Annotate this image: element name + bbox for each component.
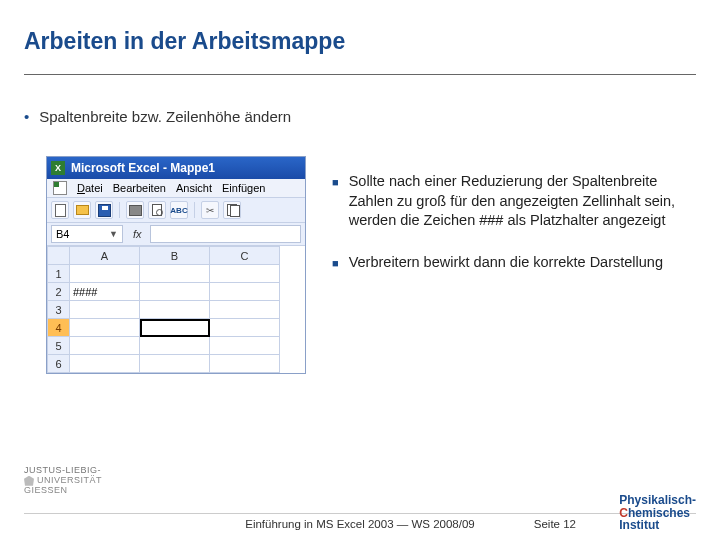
bullet-right-2-text: Verbreitern bewirkt dann die korrekte Da… xyxy=(349,253,663,273)
row-header[interactable]: 4 xyxy=(48,319,70,337)
cell[interactable] xyxy=(210,265,280,283)
cell[interactable] xyxy=(210,319,280,337)
col-header-a[interactable]: A xyxy=(70,247,140,265)
formula-bar-row: B4 ▼ fx xyxy=(47,223,305,246)
cut-icon[interactable]: ✂ xyxy=(201,201,219,219)
cell[interactable] xyxy=(210,355,280,373)
col-header-b[interactable]: B xyxy=(140,247,210,265)
cell[interactable] xyxy=(140,301,210,319)
slide-title: Arbeiten in der Arbeitsmappe xyxy=(24,28,345,55)
menu-bearbeiten[interactable]: Bearbeiten xyxy=(113,182,166,194)
cell[interactable] xyxy=(210,301,280,319)
footer-inst-l3: Institut xyxy=(619,518,659,532)
menu-einfuegen[interactable]: Einfügen xyxy=(222,182,265,194)
toolbar: ABC ✂ xyxy=(47,198,305,223)
worksheet-grid[interactable]: A B C 1 2#### 3 4 5 6 xyxy=(47,246,280,373)
menu-datei[interactable]: Datei xyxy=(77,182,103,194)
cell[interactable] xyxy=(210,283,280,301)
excel-screenshot: X Microsoft Excel - Mappe1 Datei Bearbei… xyxy=(46,156,306,374)
footer-page: Seite 12 xyxy=(534,518,576,530)
row-header[interactable]: 5 xyxy=(48,337,70,355)
bullet-right-1-text: Sollte nach einer Reduzierung der Spalte… xyxy=(349,172,688,231)
print-icon[interactable] xyxy=(126,201,144,219)
toolbar-separator xyxy=(119,202,120,218)
save-icon[interactable] xyxy=(95,201,113,219)
new-icon[interactable] xyxy=(51,201,69,219)
bullet-right-2: ■ Verbreitern bewirkt dann die korrekte … xyxy=(332,253,688,273)
cell[interactable] xyxy=(70,265,140,283)
workbook-icon xyxy=(53,181,67,195)
bullet-main-text: Spaltenbreite bzw. Zeilenhöhe ändern xyxy=(39,108,291,125)
square-bullet-icon: ■ xyxy=(332,175,339,231)
bullet-main: •Spaltenbreite bzw. Zeilenhöhe ändern xyxy=(24,108,291,125)
fx-label[interactable]: fx xyxy=(133,228,142,240)
footer-center: Einführung in MS Excel 2003 ― WS 2008/09 xyxy=(24,518,696,530)
formula-bar[interactable] xyxy=(150,225,301,243)
cell[interactable] xyxy=(70,319,140,337)
cell[interactable] xyxy=(70,355,140,373)
col-header-c[interactable]: C xyxy=(210,247,280,265)
cell-b4-selected[interactable] xyxy=(140,319,210,337)
row-header[interactable]: 6 xyxy=(48,355,70,373)
footer-institute: Physikalisch- Chemisches Institut xyxy=(619,494,696,532)
excel-app-icon: X xyxy=(51,161,65,175)
window-title: Microsoft Excel - Mappe1 xyxy=(71,161,215,175)
select-all-corner[interactable] xyxy=(48,247,70,265)
footer-uni-line1: JUSTUS-LIEBIG- xyxy=(24,465,101,475)
title-divider xyxy=(24,74,696,75)
cell[interactable] xyxy=(70,337,140,355)
cell[interactable] xyxy=(140,283,210,301)
open-icon[interactable] xyxy=(73,201,91,219)
cell[interactable] xyxy=(140,265,210,283)
name-box-value: B4 xyxy=(56,228,69,240)
crest-icon xyxy=(24,476,34,486)
spellcheck-icon[interactable]: ABC xyxy=(170,201,188,219)
print-preview-icon[interactable] xyxy=(148,201,166,219)
footer-uni-line2: UNIVERSITÄT xyxy=(37,475,102,485)
cell-a2[interactable]: #### xyxy=(70,283,140,301)
menubar: Datei Bearbeiten Ansicht Einfügen xyxy=(47,179,305,198)
footer-divider xyxy=(24,513,696,514)
row-header[interactable]: 3 xyxy=(48,301,70,319)
footer-uni-line3: GIESSEN xyxy=(24,485,68,495)
row-header[interactable]: 1 xyxy=(48,265,70,283)
bullet-right-1: ■ Sollte nach einer Reduzierung der Spal… xyxy=(332,172,688,231)
copy-icon[interactable] xyxy=(223,201,241,219)
toolbar-separator xyxy=(194,202,195,218)
window-titlebar: X Microsoft Excel - Mappe1 xyxy=(47,157,305,179)
slide-footer: JUSTUS-LIEBIG- UNIVERSITÄT GIESSEN Einfü… xyxy=(24,513,696,530)
cell[interactable] xyxy=(140,337,210,355)
row-header[interactable]: 2 xyxy=(48,283,70,301)
square-bullet-icon: ■ xyxy=(332,256,339,273)
cell[interactable] xyxy=(210,337,280,355)
name-box[interactable]: B4 ▼ xyxy=(51,225,123,243)
footer-university: JUSTUS-LIEBIG- UNIVERSITÄT GIESSEN xyxy=(24,466,102,496)
cell[interactable] xyxy=(70,301,140,319)
chevron-down-icon[interactable]: ▼ xyxy=(109,229,118,239)
right-bullet-column: ■ Sollte nach einer Reduzierung der Spal… xyxy=(332,172,688,294)
menu-ansicht[interactable]: Ansicht xyxy=(176,182,212,194)
cell[interactable] xyxy=(140,355,210,373)
bullet-dot-icon: • xyxy=(24,108,29,125)
